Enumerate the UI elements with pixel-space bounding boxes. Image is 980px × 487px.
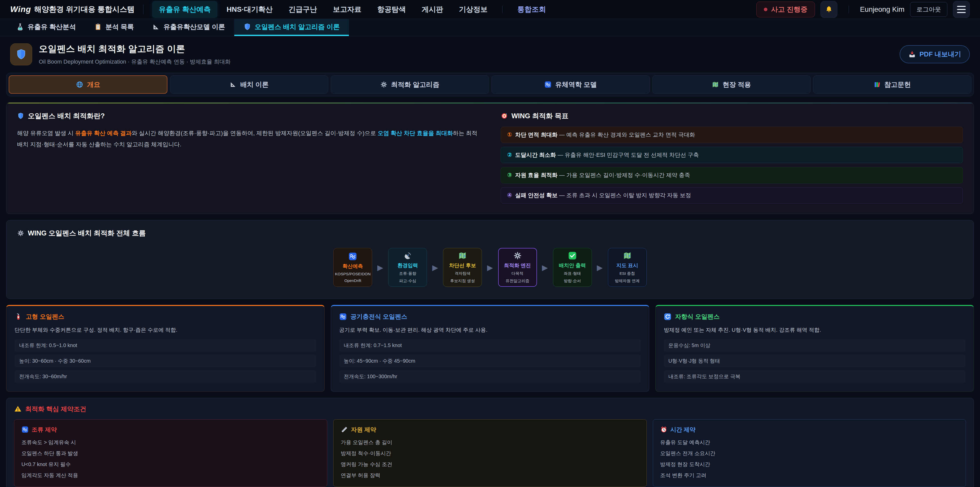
what-is-paragraph: 해양 유류오염 발생 시 유출유 확산 예측 결과와 실시간 해양환경(조류·풍… bbox=[17, 128, 479, 150]
flow-step-environment-input: 환경입력 조류·풍향 파고·수심 bbox=[388, 248, 427, 287]
flow-step-barrier-candidates: 차단선 후보 격자탐색 후보지점 생성 bbox=[443, 248, 482, 287]
satellite-icon bbox=[403, 251, 412, 260]
tab-deployment-theory[interactable]: 배치 이론 bbox=[170, 75, 328, 94]
page-header: 오일펜스 배치 최적화 알고리즘 이론 Oil Boom Deployment … bbox=[0, 36, 980, 71]
tab-label: 유체역학 모델 bbox=[555, 80, 597, 89]
incident-status-badge: 사고 진행중 bbox=[756, 2, 815, 18]
spec-line: 내조류 한계: 0.5~1.0 knot bbox=[14, 339, 316, 352]
nav-item-reports[interactable]: 보고자료 bbox=[326, 1, 368, 18]
spec-line: 높이: 45~90cm · 수중 45~90cm bbox=[339, 355, 641, 367]
shield-icon bbox=[15, 48, 27, 60]
goal-item: ① 차단 면적 최대화 — 예측 유출유 확산 경계와 오일펜스 교차 면적 극… bbox=[501, 127, 963, 143]
arrow-right-icon: ▶ bbox=[597, 263, 603, 272]
boom-card-self-propelled: 자항식 오일펜스 방제정 예인 또는 자체 추진. U형·V형 동적 배치. 강… bbox=[655, 305, 974, 392]
clock-icon bbox=[660, 426, 667, 433]
spec-line: 내조류: 조류각도 보정으로 극복 bbox=[664, 370, 966, 383]
boom-card-desc: 공기로 부력 확보. 이동·보관 편리. 해상 광역 차단에 주로 사용. bbox=[339, 326, 641, 334]
divider bbox=[143, 5, 143, 14]
flow-diagram: 확산예측 KOSPS/POSEIDON OpenDrift ▶ 환경입력 조류·… bbox=[17, 248, 963, 287]
goal-number: ① bbox=[507, 131, 512, 138]
flow-step-deployment-output: 배치안 출력 좌표·형태 방향·순서 bbox=[553, 248, 592, 287]
tab-label: 개요 bbox=[87, 80, 100, 89]
pdf-export-button[interactable]: PDF 내보내기 bbox=[900, 45, 970, 63]
constraint-title: 자원 제약 bbox=[351, 426, 376, 434]
notifications-button[interactable] bbox=[821, 1, 837, 18]
logout-button[interactable]: 로그아웃 bbox=[910, 2, 947, 17]
page-subtitle: Oil Boom Deployment Optimization · 유출유 확… bbox=[39, 58, 900, 65]
tab-label: 참고문헌 bbox=[884, 80, 911, 89]
constraint-line: 앵커링 가능 수심 조건 bbox=[341, 461, 639, 468]
wave-icon bbox=[21, 426, 29, 433]
map-icon bbox=[623, 251, 632, 260]
boom-card-title: 공기충전식 오일펜스 bbox=[350, 313, 407, 321]
goal-number: ② bbox=[507, 152, 512, 158]
wave-icon bbox=[339, 313, 347, 321]
nav-item-hns[interactable]: HNS·대기확산 bbox=[220, 1, 279, 18]
nav-item-board[interactable]: 게시판 bbox=[415, 1, 450, 18]
constraint-line: 조석 변환 주기 고려 bbox=[660, 472, 959, 479]
goal-item: ④ 실패 안전성 확보 — 조류 초과 시 오일펜스 이탈 방지 방향각 자동 … bbox=[501, 187, 963, 204]
tab-label: 배치 이론 bbox=[240, 80, 269, 89]
goal-item: ③ 자원 효율 최적화 — 가용 오일펜스 길이·방제정 수·이동시간 제약 충… bbox=[501, 167, 963, 184]
triangle-ruler-icon bbox=[152, 23, 160, 30]
goal-number: ④ bbox=[507, 192, 512, 199]
subtab-diffusion-model-theory[interactable]: 유출유확산모델 이론 bbox=[143, 19, 234, 36]
sub-tab-bar: 유출유 확산분석 분석 목록 유출유확산모델 이론 오일펜스 배치 알고리즘 이… bbox=[0, 19, 980, 36]
status-dot-icon bbox=[764, 8, 767, 11]
map-icon bbox=[712, 81, 719, 88]
gear-icon bbox=[17, 230, 24, 237]
flow-heading: WING 오일펜스 배치 최적화 전체 흐름 bbox=[28, 228, 146, 238]
spec-line: 운용수심: 5m 이상 bbox=[664, 339, 966, 352]
subtab-label: 오일펜스 배치 알고리즘 이론 bbox=[255, 22, 340, 31]
goal-item: ② 도달시간 최소화 — 유출유 해안·ESI 민감구역 도달 전 선제적 차단… bbox=[501, 147, 963, 163]
goal-number: ③ bbox=[507, 172, 512, 179]
nav-item-aerial-search[interactable]: 항공탐색 bbox=[371, 1, 412, 18]
nav-item-oil-spill-prediction[interactable]: 유출유 확산예측 bbox=[152, 1, 218, 18]
rotate-icon bbox=[664, 313, 671, 321]
tab-field-application[interactable]: 현장 적용 bbox=[652, 75, 811, 94]
boom-card-title: 고형 오일펜스 bbox=[26, 313, 64, 321]
constraint-line: 임계각도 자동 계산 적용 bbox=[21, 472, 320, 479]
subtab-boom-algorithm-theory[interactable]: 오일펜스 배치 알고리즘 이론 bbox=[234, 19, 349, 36]
user-name: Eunjeong Kim bbox=[860, 5, 904, 14]
nav-item-weather[interactable]: 기상정보 bbox=[452, 1, 494, 18]
constraint-title: 시간 제약 bbox=[670, 426, 695, 434]
triangle-ruler-icon bbox=[229, 81, 237, 88]
nav-item-rescue[interactable]: 긴급구난 bbox=[282, 1, 324, 18]
extinguisher-icon bbox=[14, 313, 22, 321]
constraint-line: 유출유 도달 예측시간 bbox=[660, 439, 959, 446]
boom-card-desc: 방제정 예인 또는 자체 추진. U형·V형 동적 배치. 강조류 해역 적합. bbox=[664, 326, 966, 334]
tab-references[interactable]: 참고문헌 bbox=[813, 75, 971, 94]
spec-line: 전개속도: 30~60m/hr bbox=[14, 370, 316, 383]
constraint-card-current: 조류 제약 조류속도 > 임계유속 시 오일펜스 하단 통과 발생 U<0.7 … bbox=[14, 419, 327, 487]
gear-icon bbox=[513, 251, 522, 260]
subtab-label: 유출유 확산분석 bbox=[27, 22, 76, 31]
flask-icon bbox=[16, 23, 24, 30]
spec-line: 전개속도: 100~300m/hr bbox=[339, 370, 641, 383]
goals-section: WING 최적화 목표 ① 차단 면적 최대화 — 예측 유출유 확산 경계와 … bbox=[501, 111, 963, 204]
tab-overview[interactable]: 개요 bbox=[9, 75, 167, 94]
flow-step-map-display: 지도 표시 ESI 중첩 방제자원 연계 bbox=[608, 248, 647, 287]
subtab-spill-analysis[interactable]: 유출유 확산분석 bbox=[7, 19, 85, 36]
subtab-label: 유출유확산모델 이론 bbox=[163, 22, 225, 31]
app-logo: Wing 해양환경 위기대응 통합시스템 bbox=[10, 4, 135, 14]
what-is-section: 오일펜스 배치 최적화란? 해양 유류오염 발생 시 유출유 확산 예측 결과와… bbox=[17, 111, 479, 204]
tab-label: 현장 적용 bbox=[722, 80, 751, 89]
subtab-label: 분석 목록 bbox=[105, 22, 134, 31]
tab-optimization-algorithm[interactable]: 최적화 알고리즘 bbox=[331, 75, 489, 94]
nav-item-integrated-search[interactable]: 통합조회 bbox=[511, 1, 552, 18]
arrow-right-icon: ▶ bbox=[542, 263, 548, 272]
wave-icon bbox=[544, 81, 552, 88]
warning-icon bbox=[14, 405, 22, 413]
flow-panel: WING 오일펜스 배치 최적화 전체 흐름 확산예측 KOSPS/POSEID… bbox=[6, 220, 974, 299]
constraint-line: 오일펜스 하단 통과 발생 bbox=[21, 450, 320, 457]
check-icon bbox=[568, 251, 577, 260]
boom-card-solid: 고형 오일펜스 단단한 부체와 수중커튼으로 구성. 정적 배치. 항구·좁은 … bbox=[6, 305, 325, 392]
page-title: 오일펜스 배치 최적화 알고리즘 이론 bbox=[39, 43, 900, 55]
menu-button[interactable] bbox=[953, 1, 970, 18]
subtab-analysis-list[interactable]: 분석 목록 bbox=[85, 19, 143, 36]
constraints-heading: 최적화 핵심 제약조건 bbox=[25, 405, 86, 413]
tab-label: 최적화 알고리즘 bbox=[391, 80, 439, 89]
arrow-right-icon: ▶ bbox=[377, 263, 383, 272]
tab-hydrodynamics-model[interactable]: 유체역학 모델 bbox=[492, 75, 650, 94]
